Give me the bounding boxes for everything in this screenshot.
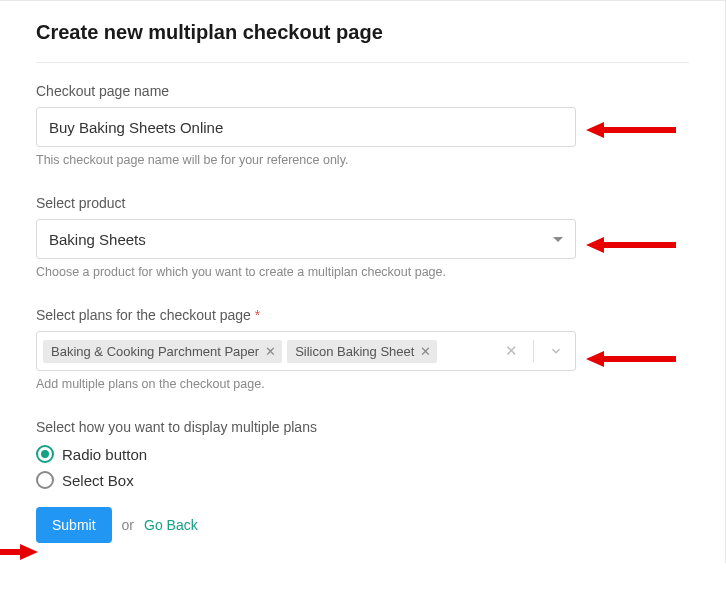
radio-label: Radio button [62,446,147,463]
plans-multiselect[interactable]: Baking & Cooking Parchment Paper ✕ Silic… [36,331,576,371]
radio-label: Select Box [62,472,134,489]
plans-label: Select plans for the checkout page * [36,307,689,323]
plan-chip: Silicon Baking Sheet ✕ [287,340,437,363]
action-row: Submit or Go Back [36,507,689,543]
go-back-link[interactable]: Go Back [144,517,198,533]
clear-all-icon[interactable]: ✕ [499,342,524,360]
name-section: Checkout page name This checkout page na… [36,83,689,167]
plans-label-text: Select plans for the checkout page [36,307,251,323]
radio-icon [36,471,54,489]
submit-button[interactable]: Submit [36,507,112,543]
plan-chip-label: Silicon Baking Sheet [295,344,414,359]
chip-remove-icon[interactable]: ✕ [420,344,431,359]
name-help: This checkout page name will be for your… [36,153,689,167]
plans-help: Add multiple plans on the checkout page. [36,377,689,391]
display-label: Select how you want to display multiple … [36,419,689,435]
plans-section: Select plans for the checkout page * Bak… [36,307,689,391]
product-help: Choose a product for which you want to c… [36,265,689,279]
radio-option-select-box[interactable]: Select Box [36,471,689,489]
plan-chip-label: Baking & Cooking Parchment Paper [51,344,259,359]
page-title: Create new multiplan checkout page [36,21,689,44]
display-section: Select how you want to display multiple … [36,419,689,489]
name-label: Checkout page name [36,83,689,99]
product-select[interactable]: Baking Sheets [36,219,576,259]
plan-chip: Baking & Cooking Parchment Paper ✕ [43,340,282,363]
product-select-value: Baking Sheets [49,231,146,248]
chevron-down-icon[interactable] [543,344,569,358]
product-label: Select product [36,195,689,211]
radio-option-radio-button[interactable]: Radio button [36,445,689,463]
required-marker: * [255,307,260,323]
name-input[interactable] [36,107,576,147]
or-text: or [122,517,134,533]
caret-down-icon [553,237,563,242]
chip-remove-icon[interactable]: ✕ [265,344,276,359]
multiselect-divider [533,340,534,362]
product-section: Select product Baking Sheets Choose a pr… [36,195,689,279]
divider [36,62,689,63]
display-radio-group: Radio button Select Box [36,445,689,489]
radio-icon [36,445,54,463]
